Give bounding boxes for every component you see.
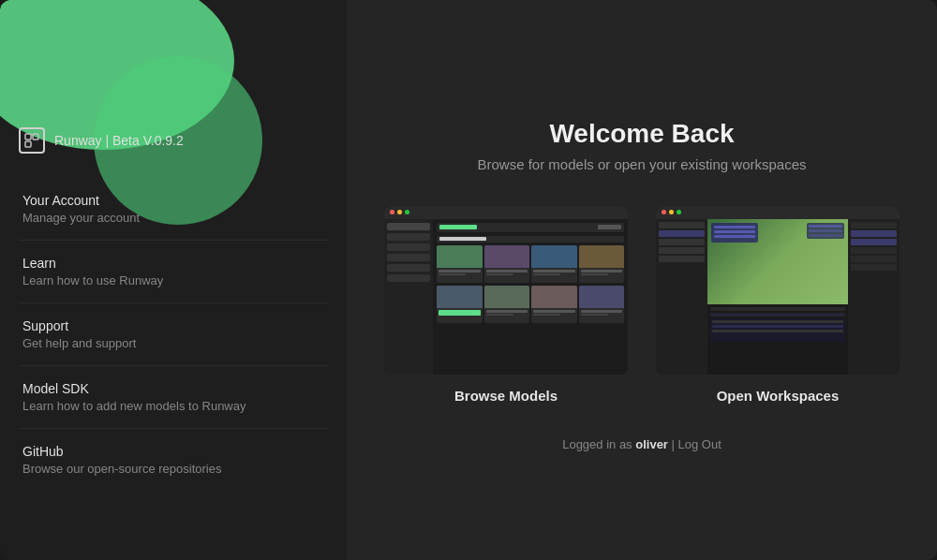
browse-models-card[interactable]: Motion Capture — [384, 206, 628, 404]
sidebar-navigation: Your Account Manage your account Learn L… — [0, 169, 347, 560]
svg-rect-2 — [25, 141, 31, 147]
nav-item-title-your-account: Your Account — [22, 193, 324, 208]
welcome-title: Welcome Back — [549, 119, 734, 149]
open-workspaces-card[interactable]: Open Workspaces — [656, 206, 900, 404]
nav-item-subtitle-your-account: Manage your account — [22, 211, 324, 225]
footer-separator: | — [668, 437, 678, 451]
welcome-subtitle: Browse for models or open your existing … — [478, 156, 807, 172]
nav-item-title-github: GitHub — [22, 444, 324, 459]
sidebar-item-model-sdk[interactable]: Model SDK Learn how to add new models to… — [19, 366, 328, 429]
logout-link[interactable]: Log Out — [678, 437, 721, 451]
nav-item-title-model-sdk: Model SDK — [22, 381, 324, 396]
nav-item-title-support: Support — [22, 318, 324, 333]
open-workspaces-label: Open Workspaces — [717, 388, 840, 404]
main-content: Welcome Back Browse for models or open y… — [347, 0, 937, 560]
footer-username: oliver — [635, 437, 668, 451]
sidebar: Runway | Beta V.0.9.2 Your Account Manag… — [0, 0, 347, 560]
footer-prefix: Logged in as — [562, 437, 635, 451]
nav-item-subtitle-github: Browse our open-source repositories — [22, 462, 324, 476]
sidebar-item-your-account[interactable]: Your Account Manage your account — [19, 178, 328, 241]
open-workspaces-preview-image — [656, 206, 900, 375]
browse-models-preview-image: Motion Capture — [384, 206, 628, 375]
nav-item-subtitle-learn: Learn how to use Runway — [22, 273, 324, 287]
browse-models-label: Browse Models — [454, 388, 558, 404]
logo-area: Runway | Beta V.0.9.2 — [0, 112, 347, 169]
nav-item-subtitle-model-sdk: Learn how to add new models to Runway — [22, 399, 324, 413]
svg-rect-0 — [25, 134, 31, 140]
sidebar-item-support[interactable]: Support Get help and support — [19, 303, 328, 366]
runway-logo-icon — [19, 127, 45, 154]
cards-row: Motion Capture — [384, 206, 900, 404]
nav-item-subtitle-support: Get help and support — [22, 336, 324, 350]
nav-item-title-learn: Learn — [22, 256, 324, 271]
logo-text: Runway | Beta V.0.9.2 — [54, 133, 184, 148]
sidebar-item-github[interactable]: GitHub Browse our open-source repositori… — [19, 429, 328, 491]
svg-rect-1 — [33, 134, 38, 140]
footer-text: Logged in as oliver | Log Out — [562, 437, 721, 451]
sidebar-item-learn[interactable]: Learn Learn how to use Runway — [19, 241, 328, 303]
